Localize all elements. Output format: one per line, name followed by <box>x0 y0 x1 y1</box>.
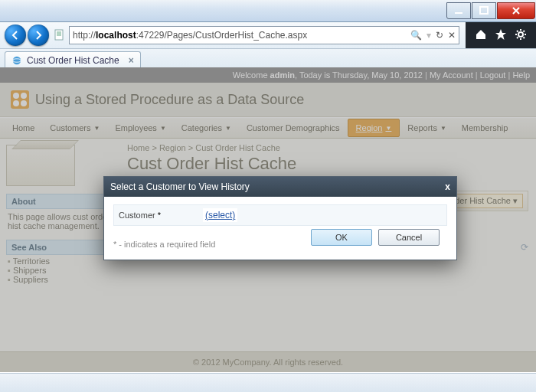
menu-customers[interactable]: Customers ▼ <box>42 118 107 138</box>
tab-favicon <box>11 55 22 66</box>
sidebar-illustration <box>6 145 75 186</box>
top-strip: Welcome admin, Today is Thursday, May 10… <box>0 67 536 83</box>
current-user: admin <box>270 70 295 80</box>
svg-rect-1 <box>480 7 488 14</box>
tools-icon[interactable] <box>515 28 527 43</box>
customer-field-row: Customer * (select) <box>113 204 447 226</box>
sidebar-about-header: About <box>6 194 113 209</box>
window-titlebar <box>0 0 536 22</box>
tab-strip: Cust Order Hist Cache × <box>0 49 536 70</box>
svg-point-3 <box>518 32 523 37</box>
window-maximize-button[interactable] <box>472 2 496 19</box>
home-icon[interactable] <box>475 28 487 43</box>
nav-back-button[interactable] <box>5 24 26 46</box>
dialog-title: Select a Customer to View History <box>110 181 250 192</box>
tab-title: Cust Order Hist Cache <box>27 55 119 66</box>
menu-categories[interactable]: Categories ▼ <box>174 118 239 138</box>
tab-close-icon[interactable]: × <box>129 55 134 66</box>
customer-field-label: Customer * <box>119 211 203 220</box>
site-logo <box>11 90 29 109</box>
myaccount-link[interactable]: My Account <box>430 70 473 80</box>
menu-region[interactable]: Region ▼ <box>348 119 400 137</box>
main-menu: Home Customers ▼ Employees ▼ Categories … <box>0 117 536 139</box>
page-icon <box>54 29 66 41</box>
help-link[interactable]: Help <box>512 70 530 80</box>
site-footer: © 2012 MyCompany. All rights reserved. <box>0 351 536 372</box>
menu-membership[interactable]: Membership <box>454 118 516 138</box>
site-title: Using a Stored Procedure as a Data Sourc… <box>35 92 304 108</box>
nav-forward-button[interactable] <box>28 24 49 46</box>
page-title: Cust Order Hist Cache <box>127 154 528 174</box>
required-hint: * - indicates a required field <box>113 240 215 249</box>
window-minimize-button[interactable] <box>446 2 471 19</box>
url-text: http://localhost:47229/Pages/CustOrderHi… <box>73 30 307 41</box>
cancel-button[interactable]: Cancel <box>378 229 440 246</box>
stop-icon[interactable]: ✕ <box>448 30 456 41</box>
menu-customer-demographics[interactable]: Customer Demographics <box>239 118 348 138</box>
menu-employees[interactable]: Employees ▼ <box>107 118 173 138</box>
browser-nav-row: http://localhost:47229/Pages/CustOrderHi… <box>0 22 536 49</box>
sidebar-seealso-list: Territories Shippers Suppliers <box>6 255 113 284</box>
breadcrumb: Home > Region > Cust Order Hist Cache <box>127 143 528 152</box>
grid-refresh-icon[interactable]: ⟳ <box>521 242 528 253</box>
sidebar: About This page allows cust order hist c… <box>0 139 119 290</box>
seealso-shippers[interactable]: Shippers <box>8 266 113 275</box>
select-customer-dialog: Select a Customer to View History x Cust… <box>103 176 457 260</box>
command-bar <box>466 22 536 48</box>
window-close-button[interactable] <box>497 2 535 19</box>
svg-point-4 <box>13 57 21 65</box>
ok-button[interactable]: OK <box>311 229 372 246</box>
site-header: Using a Stored Procedure as a Data Sourc… <box>0 83 536 117</box>
browser-tab[interactable]: Cust Order Hist Cache × <box>5 51 141 69</box>
svg-rect-0 <box>455 12 462 14</box>
seealso-suppliers[interactable]: Suppliers <box>8 275 113 284</box>
sidebar-seealso-header: See Also <box>6 240 113 255</box>
browser-window: http://localhost:47229/Pages/CustOrderHi… <box>0 0 536 392</box>
url-tools: 🔍 ▾ ↻ ✕ <box>410 30 456 41</box>
address-bar[interactable]: http://localhost:47229/Pages/CustOrderHi… <box>69 26 459 44</box>
refresh-icon[interactable]: ↻ <box>436 30 443 41</box>
dialog-titlebar: Select a Customer to View History x <box>104 177 456 197</box>
dialog-close-icon[interactable]: x <box>445 181 450 192</box>
seealso-territories[interactable]: Territories <box>8 256 113 266</box>
menu-reports[interactable]: Reports ▼ <box>400 118 453 138</box>
search-icon[interactable]: 🔍 <box>410 30 422 41</box>
logout-link[interactable]: Logout <box>480 70 506 80</box>
menu-home[interactable]: Home <box>5 118 42 138</box>
sidebar-about-text: This page allows cust order hist cache m… <box>6 209 113 234</box>
customer-select-link[interactable]: (select) <box>203 208 237 222</box>
browser-statusbar <box>0 373 536 392</box>
favorites-icon[interactable] <box>495 28 507 43</box>
